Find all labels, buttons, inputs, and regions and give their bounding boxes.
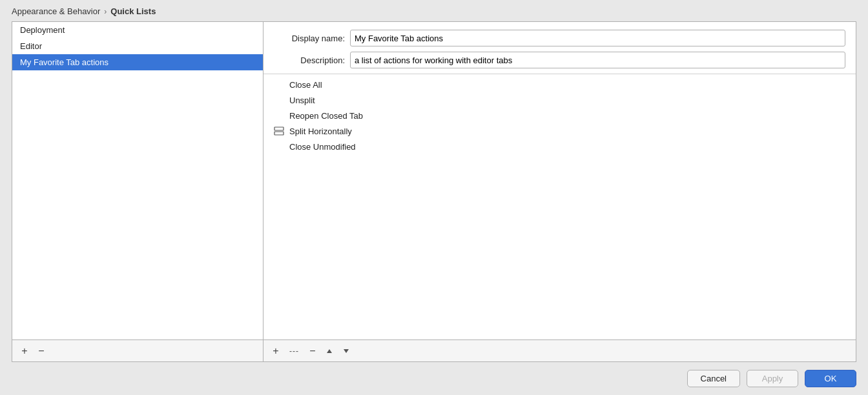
list-item-editor[interactable]: Editor	[12, 38, 263, 54]
display-name-row: Display name:	[274, 30, 845, 46]
left-panel: Deployment Editor My Favorite Tab action…	[12, 21, 264, 362]
close-all-icon	[274, 79, 284, 90]
description-input[interactable]	[350, 52, 845, 68]
reopen-icon	[274, 110, 284, 121]
breadcrumb-part2: Quick Lists	[110, 6, 156, 16]
right-panel: Display name: Description: Close All Uns…	[264, 21, 856, 362]
add-list-button[interactable]: +	[17, 344, 32, 358]
description-row: Description:	[274, 52, 845, 68]
quick-lists-list: Deployment Editor My Favorite Tab action…	[12, 22, 263, 339]
action-unsplit[interactable]: Unsplit	[264, 92, 856, 108]
form-area: Display name: Description:	[264, 22, 856, 74]
svg-rect-1	[274, 132, 284, 135]
breadcrumb: Appearance & Behavior › Quick Lists	[0, 0, 868, 21]
svg-rect-0	[274, 127, 284, 130]
description-label: Description:	[274, 56, 345, 65]
move-down-button[interactable]	[339, 344, 353, 358]
main-content: Deployment Editor My Favorite Tab action…	[0, 21, 868, 362]
right-toolbar: + --- −	[264, 339, 856, 361]
apply-button[interactable]: Apply	[747, 370, 798, 387]
action-close-unmodified[interactable]: Close Unmodified	[264, 139, 856, 154]
left-toolbar: + −	[12, 339, 263, 361]
display-name-label: Display name:	[274, 34, 345, 43]
cancel-button[interactable]: Cancel	[687, 370, 740, 387]
list-item-deployment[interactable]: Deployment	[12, 22, 263, 38]
add-action-button[interactable]: +	[269, 344, 283, 358]
remove-action-button[interactable]: −	[305, 344, 320, 358]
action-split-horizontally[interactable]: Split Horizontally	[264, 123, 856, 139]
move-up-button[interactable]	[322, 344, 336, 358]
add-separator-button[interactable]: ---	[285, 345, 303, 357]
split-horizontally-icon	[274, 126, 284, 136]
unsplit-icon	[274, 95, 284, 105]
breadcrumb-separator: ›	[104, 7, 107, 16]
breadcrumb-part1: Appearance & Behavior	[12, 6, 100, 16]
display-name-input[interactable]	[350, 30, 845, 46]
close-unmodified-icon	[274, 141, 284, 152]
list-item-my-favorite[interactable]: My Favorite Tab actions	[12, 54, 263, 70]
actions-list: Close All Unsplit Reopen Closed Tab Spli…	[264, 74, 856, 339]
action-reopen-closed-tab[interactable]: Reopen Closed Tab	[264, 108, 856, 123]
ok-button[interactable]: OK	[805, 370, 856, 387]
remove-list-button[interactable]: −	[34, 344, 48, 358]
bottom-bar: Cancel Apply OK	[0, 362, 868, 395]
action-close-all[interactable]: Close All	[264, 77, 856, 92]
